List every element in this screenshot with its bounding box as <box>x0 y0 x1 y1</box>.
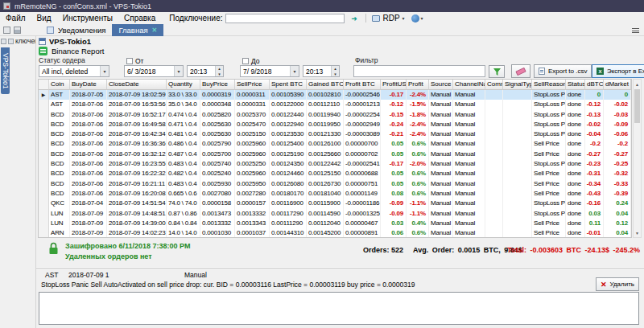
column-header[interactable]: SellPrice <box>235 80 270 90</box>
table-row[interactable]: BCD2018-07-062018-07-09 16:42:340.481 \ … <box>39 129 631 139</box>
tab-home[interactable]: Главная ✕ <box>112 24 163 36</box>
from-time-picker[interactable]: 20:13 ▴ ▾ <box>187 65 224 77</box>
column-header[interactable]: ChannelNar <box>453 80 485 90</box>
tab-overflow-icon[interactable] <box>632 28 639 33</box>
spin-down-icon[interactable]: ▾ <box>216 72 223 77</box>
from-checkbox[interactable]: От <box>126 57 144 65</box>
column-header[interactable]: Spent BTC <box>270 80 307 90</box>
table-scrollbar[interactable]: ▲ ▼ <box>633 79 642 238</box>
from-date-picker[interactable]: 6/ 3/2018 ▾ <box>124 65 184 77</box>
scroll-down-icon[interactable]: ▼ <box>634 228 641 237</box>
table-row[interactable]: LUN2018-07-092018-07-09 14:39:000.84 \ 0… <box>39 219 631 228</box>
column-header[interactable]: BuyPrice <box>200 80 235 90</box>
cell-qty: 0.471 \ 0.4 <box>167 120 200 129</box>
cell-comment <box>485 159 503 169</box>
cell-dmarket: -0.27 <box>604 150 631 159</box>
scrollbar-thumb[interactable] <box>634 89 640 123</box>
cell-dbtc: -0.27 <box>585 150 604 159</box>
scroll-up-icon[interactable]: ▲ <box>634 80 641 88</box>
clear-button[interactable] <box>511 64 530 78</box>
time-spinner[interactable]: ▴ ▾ <box>215 66 223 76</box>
time-spinner[interactable]: ▴ ▾ <box>331 66 339 76</box>
column-header[interactable]: Comment <box>485 80 503 90</box>
filter-input[interactable] <box>353 65 485 77</box>
csv-file-icon <box>539 68 545 75</box>
pin-icon[interactable] <box>8 39 14 44</box>
cell-usd: -0.15 <box>381 110 407 120</box>
menu-help[interactable]: Справка <box>118 12 161 24</box>
order-status-select[interactable]: All incl, deleted ▾ <box>39 65 109 77</box>
quick-connect-input[interactable] <box>225 14 345 23</box>
column-header[interactable]: dMarket <box>604 80 631 90</box>
column-header[interactable]: Quantity <box>167 80 200 90</box>
to-checkbox[interactable]: До <box>242 57 260 65</box>
column-header[interactable]: Source <box>429 80 453 90</box>
to-date-picker[interactable]: 7/ 9/2018 ▾ <box>240 65 299 77</box>
tab-notifications[interactable]: Уведомления <box>40 24 112 36</box>
cell-dmarket: -0.25 <box>604 159 631 169</box>
spin-down-icon[interactable]: ▾ <box>332 72 339 77</box>
column-header[interactable]: Status <box>566 80 585 90</box>
column-header[interactable]: ProfitUSD <box>381 80 407 90</box>
cell-channel: Manual <box>453 199 485 208</box>
table-row[interactable]: ARN2018-07-092018-07-09 14:02:2314.0 \ 1… <box>39 228 631 238</box>
table-row[interactable]: BCD2018-07-062018-07-09 16:49:580.471 \ … <box>39 120 631 129</box>
column-header[interactable]: dBTC <box>585 80 604 90</box>
column-header[interactable]: Gained BTC <box>307 80 344 90</box>
table-row[interactable]: BCD2018-07-062018-07-09 16:52:170.474 \ … <box>39 110 631 120</box>
table-row[interactable]: BCD2018-07-062018-07-09 16:20:080.665 \ … <box>39 189 631 199</box>
cell-close: 2018-07-09 16:42:34 <box>107 129 167 139</box>
column-header[interactable]: Profit BTC <box>344 80 381 90</box>
options-dropdown[interactable]: ▾ <box>411 14 423 23</box>
cell-gained: 0.00119950 <box>307 120 344 129</box>
table-row[interactable]: AST2018-07-062018-07-09 16:53:5635.0 \ 3… <box>39 100 631 109</box>
dock-layout-icon[interactable] <box>3 27 10 34</box>
table-row[interactable]: BCD2018-07-062018-07-09 16:32:120.487 \ … <box>39 150 631 159</box>
cell-dmarket: -0.32 <box>604 169 631 178</box>
cell-source: Manual <box>429 100 453 109</box>
column-header[interactable]: SignalType <box>503 80 532 90</box>
to-time-picker[interactable]: 20:13 ▴ ▾ <box>303 65 340 77</box>
cell-usd: -0.09 <box>381 199 407 208</box>
column-header[interactable]: Coin <box>49 80 70 90</box>
cell-usd: -0.17 <box>381 159 407 169</box>
cell-reason: StopLoss Pa <box>532 199 566 208</box>
table-row[interactable]: LUN2018-07-092018-07-09 14:48:510.87 \ 0… <box>39 209 631 219</box>
menu-file[interactable]: Файл <box>0 12 31 24</box>
export-excel-button[interactable]: X Экспорт в Excel <box>592 64 644 78</box>
connection-vertical-tab[interactable]: VPS-Tokio1 <box>1 47 10 94</box>
menu-tools[interactable]: Инструменты <box>57 12 118 24</box>
window-titlebar[interactable]: mRemoteNG - confCons.xml - VPS-Tokio1 <box>0 0 644 12</box>
column-header[interactable]: CloseDate <box>107 80 167 90</box>
menu-bar: Файл Вид Инструменты Справка Подключение… <box>0 12 644 24</box>
menu-view[interactable]: Вид <box>31 12 57 24</box>
apply-filter-button[interactable] <box>489 65 505 78</box>
table-row[interactable]: BCD2018-07-062018-07-09 16:23:550.483 \ … <box>39 159 631 169</box>
notes-textarea[interactable] <box>39 292 639 325</box>
cell-pct: -1.5% <box>407 100 429 109</box>
table-row[interactable]: BCD2018-07-062018-07-09 16:36:360.486 \ … <box>39 139 631 149</box>
cell-buy: 2018-07-06 <box>70 120 107 129</box>
column-header[interactable]: SellReason <box>532 80 566 90</box>
cell-usd: 0.05 <box>381 150 407 159</box>
column-header[interactable]: BuyDate <box>70 80 107 90</box>
cell-usd: -0.12 <box>381 100 407 109</box>
protocol-dropdown[interactable]: RDP ▾ <box>372 14 404 23</box>
table-row[interactable]: QKC2018-07-042018-07-09 14:51:5474.0 \ 7… <box>39 199 631 208</box>
delete-button[interactable]: ✕ Удалить <box>596 277 639 291</box>
dock-panel-icon[interactable] <box>14 27 21 34</box>
connect-button[interactable]: ➜ <box>348 13 360 23</box>
table-row[interactable]: BCD2018-07-062018-07-09 16:22:320.482 \ … <box>39 169 631 178</box>
cell-pct: 0.6% <box>407 169 429 178</box>
cell-sellPrice: 0.0000157 <box>235 199 270 208</box>
protocol-value: RDP <box>382 14 399 23</box>
cell-pct: -2.4% <box>407 90 429 100</box>
close-icon[interactable]: ✕ <box>152 27 158 34</box>
table-row[interactable]: ▶AST2018-07-052018-07-09 18:02:5933.0 \ … <box>39 90 631 100</box>
cell-source: Manual <box>429 139 453 149</box>
cell-profitBtc: -0.00003089 <box>344 129 381 139</box>
column-header[interactable]: Profit <box>407 80 429 90</box>
table-row[interactable]: BCD2018-07-062018-07-09 16:21:110.483 \ … <box>39 179 631 189</box>
export-csv-button[interactable]: Export to .csv <box>534 64 592 78</box>
panel-caption-label: ключения <box>15 37 35 45</box>
